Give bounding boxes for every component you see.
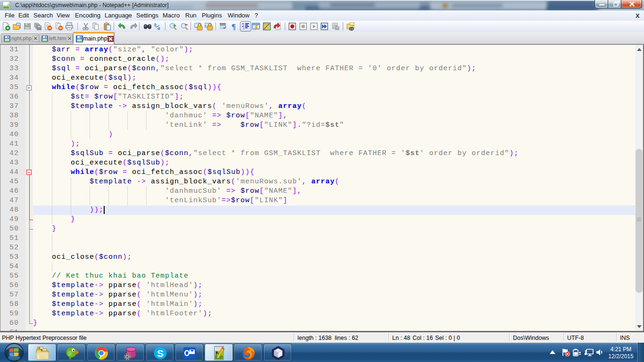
svg-text:S: S — [157, 348, 164, 359]
svg-text:¶: ¶ — [231, 22, 236, 31]
svg-text:b: b — [154, 22, 157, 27]
